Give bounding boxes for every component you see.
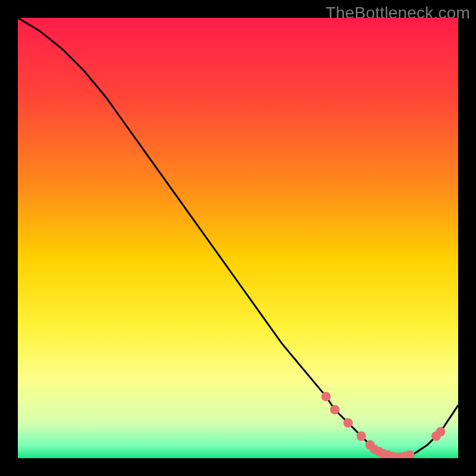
bottleneck-chart: [18, 18, 458, 458]
plot-area: [18, 18, 458, 458]
curve-marker-dot: [436, 427, 445, 437]
gradient-background: [18, 18, 458, 458]
curve-marker-dot: [330, 405, 340, 415]
curve-marker-dot: [356, 431, 366, 441]
chart-stage: TheBottleneck.com: [0, 0, 476, 476]
curve-marker-dot: [343, 418, 353, 428]
curve-marker-dot: [321, 392, 331, 401]
